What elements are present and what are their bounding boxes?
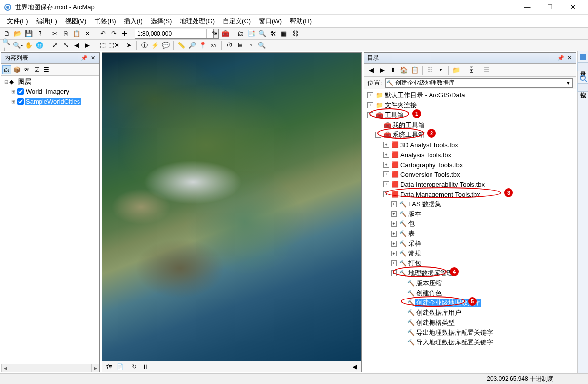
list-by-source-icon[interactable]: 📦 bbox=[12, 65, 21, 74]
python-icon[interactable]: ▦ bbox=[279, 29, 289, 39]
catalog-item[interactable]: 🔨创建角色 bbox=[365, 288, 575, 298]
add-data-icon[interactable]: ✚ bbox=[119, 29, 129, 39]
toolbox-icon[interactable]: 🧰 bbox=[220, 29, 230, 39]
catalog-item[interactable]: +🔨采样 bbox=[365, 239, 575, 249]
expand-icon[interactable]: + bbox=[391, 201, 397, 207]
catalog-item[interactable]: +🔨打包 bbox=[365, 258, 575, 268]
pin-icon[interactable]: 📌 bbox=[81, 55, 88, 62]
toc-layer[interactable]: ⊞ SampleWorldCities bbox=[2, 96, 98, 106]
menu-item[interactable]: 书签(B) bbox=[90, 15, 119, 27]
print-icon[interactable]: 🖨 bbox=[35, 29, 44, 39]
catalog-item[interactable]: +🟥Conversion Tools.tbx bbox=[365, 170, 575, 179]
catalog-item[interactable]: +🔨版本 bbox=[365, 209, 575, 219]
html-popup-icon[interactable]: 💬 bbox=[161, 41, 171, 50]
maximize-button[interactable]: ☐ bbox=[539, 0, 561, 15]
menu-item[interactable]: 插入(I) bbox=[120, 15, 147, 27]
expand-icon[interactable]: - bbox=[375, 132, 381, 138]
full-extent-icon[interactable]: 🌐 bbox=[35, 41, 44, 50]
expand-icon[interactable]: + bbox=[367, 92, 373, 98]
search-tab[interactable]: 搜索 bbox=[577, 83, 588, 92]
zoom-out-icon[interactable]: 🔍- bbox=[13, 41, 23, 50]
undo-icon[interactable]: ↶ bbox=[98, 29, 108, 39]
expand-icon[interactable]: + bbox=[391, 211, 397, 217]
list-by-drawing-order-icon[interactable]: 🗂 bbox=[2, 65, 11, 74]
catalog-item[interactable]: 🔨创建栅格类型 bbox=[365, 318, 575, 328]
menu-item[interactable]: 帮助(H) bbox=[286, 15, 315, 27]
up-icon[interactable]: ⬆ bbox=[388, 65, 398, 75]
catalog-item[interactable]: +🔨表 bbox=[365, 229, 575, 239]
catalog-item[interactable]: +🔨包 bbox=[365, 219, 575, 229]
forward-icon[interactable]: ▶ bbox=[377, 65, 387, 75]
expand-icon[interactable]: + bbox=[391, 251, 397, 256]
expand-icon[interactable]: ⊞ bbox=[10, 89, 16, 94]
collapse-icon[interactable]: ⊟ bbox=[3, 79, 9, 85]
open-icon[interactable]: 📂 bbox=[13, 29, 23, 39]
home-icon[interactable]: 🏠 bbox=[399, 65, 409, 75]
catalog-tab[interactable]: 目录 bbox=[577, 62, 588, 71]
catalog-icon[interactable]: 📑 bbox=[246, 29, 256, 39]
time-slider-icon[interactable]: ⏱ bbox=[224, 41, 234, 50]
scroll-left-icon[interactable]: ◀ bbox=[351, 363, 358, 371]
connect-db-icon[interactable]: 🗄 bbox=[467, 65, 476, 75]
toc-icon[interactable]: 🗂 bbox=[235, 29, 245, 39]
zoom-in-icon[interactable]: 🔍+ bbox=[2, 41, 12, 50]
expand-icon[interactable]: + bbox=[367, 102, 373, 108]
view-mode-icon[interactable]: ☷ bbox=[425, 65, 435, 75]
close-catalog-icon[interactable]: ✕ bbox=[566, 55, 573, 62]
catalog-item[interactable]: -🧰系统工具箱 bbox=[365, 130, 575, 140]
expand-icon[interactable]: + bbox=[383, 162, 389, 168]
catalog-item[interactable]: 🔨导出地理数据库配置关键字 bbox=[365, 328, 575, 338]
find-route-icon[interactable]: 📍 bbox=[198, 41, 208, 50]
magnifier-icon[interactable]: 🔍 bbox=[257, 41, 267, 50]
catalog-item[interactable]: +🔨LAS 数据集 bbox=[365, 199, 575, 209]
menu-item[interactable]: 选择(S) bbox=[147, 15, 176, 27]
map-canvas[interactable] bbox=[102, 53, 361, 361]
hyperlink-icon[interactable]: ⚡ bbox=[150, 41, 160, 50]
next-extent-icon[interactable]: ▶ bbox=[82, 41, 92, 50]
expand-icon[interactable]: + bbox=[391, 241, 397, 247]
catalog-item[interactable]: +🔨常规 bbox=[365, 249, 575, 258]
expand-icon[interactable]: + bbox=[391, 221, 397, 227]
catalog-item[interactable]: +📁文件夹连接 bbox=[365, 100, 575, 110]
pointer-icon[interactable]: ➤ bbox=[124, 41, 134, 50]
save-icon[interactable]: 💾 bbox=[24, 29, 34, 39]
expand-icon[interactable]: + bbox=[391, 260, 397, 266]
layer-checkbox[interactable] bbox=[17, 98, 24, 105]
editor-icon[interactable]: ✎ bbox=[209, 29, 219, 39]
close-button[interactable]: ✕ bbox=[561, 0, 584, 15]
expand-icon[interactable]: ⊞ bbox=[10, 99, 16, 104]
menu-item[interactable]: 自定义(C) bbox=[219, 15, 255, 27]
menu-item[interactable]: 文件(F) bbox=[3, 15, 32, 27]
cut-icon[interactable]: ✂ bbox=[50, 29, 60, 39]
find-icon[interactable]: 🔎 bbox=[187, 41, 197, 50]
catalog-item[interactable]: +🟥Analysis Tools.tbx bbox=[365, 150, 575, 160]
catalog-item[interactable]: 🧰我的工具箱 bbox=[365, 120, 575, 130]
scale-box[interactable]: ▼ bbox=[135, 29, 204, 39]
location-dropdown[interactable]: ▼ bbox=[564, 81, 572, 85]
catalog-item[interactable]: +🟥Data Interoperability Tools.tbx bbox=[365, 179, 575, 189]
pin-catalog-icon[interactable]: 📌 bbox=[557, 55, 564, 62]
options-icon[interactable]: ☰ bbox=[42, 65, 51, 74]
refresh-icon[interactable]: ↻ bbox=[130, 363, 138, 371]
pause-icon[interactable]: ⏸ bbox=[141, 363, 149, 371]
prev-extent-icon[interactable]: ◀ bbox=[72, 41, 81, 50]
expand-icon[interactable]: - bbox=[367, 112, 373, 118]
scale-input[interactable] bbox=[135, 29, 214, 39]
close-toc-icon[interactable]: ✕ bbox=[89, 55, 96, 62]
clear-select-icon[interactable]: ⬚✕ bbox=[109, 41, 118, 50]
list-by-selection-icon[interactable]: ☑ bbox=[32, 65, 41, 74]
pan-icon[interactable]: ✋ bbox=[24, 41, 34, 50]
layout-view-icon[interactable]: 📄 bbox=[116, 363, 124, 371]
overview-icon[interactable]: ▫ bbox=[246, 41, 256, 50]
redo-icon[interactable]: ↷ bbox=[109, 29, 118, 39]
connect-folder-icon[interactable]: 📁 bbox=[451, 65, 461, 75]
goto-xy-icon[interactable]: XY bbox=[209, 41, 219, 50]
catalog-item[interactable]: -🔨地理数据库管理 bbox=[365, 268, 575, 278]
catalog-item[interactable]: +🟥Cartography Tools.tbx bbox=[365, 160, 575, 170]
catalog-item[interactable]: -🧰工具箱 bbox=[365, 110, 575, 120]
fixed-zoom-in-icon[interactable]: ⤢ bbox=[50, 41, 60, 50]
catalog-item[interactable]: 🔨导入地理数据库配置关键字 bbox=[365, 338, 575, 347]
measure-icon[interactable]: 📏 bbox=[176, 41, 186, 50]
toc-scrollbar[interactable]: ◀▶ bbox=[1, 364, 99, 372]
menu-item[interactable]: 地理处理(G) bbox=[176, 15, 219, 27]
